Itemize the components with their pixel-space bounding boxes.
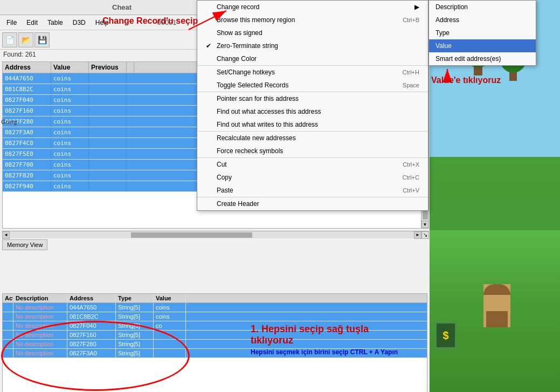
save-btn[interactable]: 💾 xyxy=(34,32,50,47)
ctx-create-header[interactable]: Create Header xyxy=(197,197,428,210)
cheat-row[interactable]: No description 044A7650 String[5] coins xyxy=(3,303,427,312)
ctx-hotkeys[interactable]: Set/Change hotkeys Ctrl+H xyxy=(197,65,428,79)
header-val: Value xyxy=(154,294,186,302)
header-scroll xyxy=(127,62,134,73)
ctx-label: Find out what writes to this address xyxy=(217,121,318,128)
sub-value[interactable]: Value xyxy=(429,39,536,52)
menu-d3d[interactable]: D3D xyxy=(68,17,90,28)
shortcut-label: Ctrl+X xyxy=(403,161,419,168)
ctx-label: Paste xyxy=(217,187,233,194)
cheat-row[interactable]: No description 081C8B2C String[5] coins xyxy=(3,312,427,321)
scroll-corner[interactable]: ↘ xyxy=(421,231,429,239)
ctx-change-color[interactable]: Change Color xyxy=(197,52,428,65)
silo xyxy=(483,284,510,327)
menu-table[interactable]: Table xyxy=(43,17,67,28)
cell-address: 044A7650 xyxy=(3,73,51,84)
new-btn[interactable]: 📄 xyxy=(2,32,17,47)
menu-file[interactable]: File xyxy=(2,17,21,28)
submenu: Description Address Type Value Smart edi… xyxy=(428,0,536,66)
ctx-label: Change Color xyxy=(217,55,257,63)
ctx-label: Copy xyxy=(217,174,232,181)
ctx-label: Cut xyxy=(217,161,227,168)
ctx-force-recheck[interactable]: Force recheck symbols xyxy=(197,145,428,157)
sub-smart-edit[interactable]: Smart edit address(es) xyxy=(429,52,536,65)
scroll-right-btn[interactable]: ► xyxy=(414,231,421,239)
menu-edit[interactable]: Edit xyxy=(22,17,42,28)
ctx-label: Zero-Terminate string xyxy=(217,42,278,50)
ctx-show-signed[interactable]: Show as signed xyxy=(197,26,428,39)
shortcut-label: Space xyxy=(403,82,419,88)
ctx-paste[interactable]: Paste Ctrl+V xyxy=(197,184,428,197)
ctx-pointer-scan[interactable]: Pointer scan for this address xyxy=(197,92,428,105)
sub-description[interactable]: Description xyxy=(429,1,536,13)
horizontal-scrollbar[interactable]: ◄ ► ↘ xyxy=(2,231,429,238)
shortcut-label: Ctrl+V xyxy=(403,187,419,194)
ctx-label: Show as signed xyxy=(217,29,262,37)
going-text: Going xyxy=(1,119,17,125)
cheat-table-header: Active Description Address Type Value xyxy=(3,294,427,303)
ctx-find-writes[interactable]: Find out what writes to this address xyxy=(197,118,428,131)
annotation-step1: 1. Hepsini seçip sağ tuşla tıklıyoruz He… xyxy=(251,324,412,356)
sub-type[interactable]: Type xyxy=(429,26,536,39)
cell-value: coins xyxy=(51,73,89,84)
header-active: Active xyxy=(3,294,13,302)
ctx-zero-terminate[interactable]: ✔Zero-Terminate string xyxy=(197,39,428,52)
ctx-label: Force recheck symbols xyxy=(217,147,283,155)
ctx-label: Browse this memory region xyxy=(217,16,295,24)
scroll-left-btn[interactable]: ◄ xyxy=(2,231,10,239)
header-addr: Address xyxy=(67,294,116,302)
coin-display: $ xyxy=(435,322,457,349)
header-value: Value xyxy=(51,62,89,73)
memory-view-btn[interactable]: Memory View xyxy=(2,239,47,250)
scroll-thumb-h xyxy=(131,232,252,238)
annotation-step1-title: 1. Hepsini seçip sağ tuşla tıklıyoruz xyxy=(251,324,412,346)
ctx-toggle-records[interactable]: Toggle Selected Records Space xyxy=(197,79,428,92)
ctx-label: Change record xyxy=(217,3,259,11)
annotation-text-1: Change Record'u seçip xyxy=(102,16,198,25)
scroll-down-btn[interactable]: ▼ xyxy=(421,221,429,228)
shortcut-label: Ctrl+B xyxy=(403,17,419,23)
arrow-icon: ▶ xyxy=(414,3,419,11)
annotation-change-record: Change Record'u seçip xyxy=(102,16,198,26)
ctx-label: Recalculate new addresses xyxy=(217,134,296,142)
ctx-label: Set/Change hotkeys xyxy=(217,68,275,76)
ctx-label: Create Header xyxy=(217,200,259,208)
ctx-label: Pointer scan for this address xyxy=(217,95,299,102)
ctx-find-accesses[interactable]: Find out what accesses this address xyxy=(197,105,428,118)
annotation-text-2: Value'e tıklıyoruz xyxy=(431,75,501,85)
shortcut-label: Ctrl+C xyxy=(403,174,419,181)
shortcut-label: Ctrl+H xyxy=(403,69,419,75)
header-previous: Previous xyxy=(89,62,127,73)
sub-address[interactable]: Address xyxy=(429,13,536,26)
cell-prev xyxy=(89,73,127,84)
ctx-copy[interactable]: Copy Ctrl+C xyxy=(197,171,428,184)
ctx-change-record[interactable]: Change record ▶ xyxy=(197,1,428,13)
ctx-label: Toggle Selected Records xyxy=(217,81,288,89)
ctx-recalculate[interactable]: Recalculate new addresses xyxy=(197,131,428,145)
header-type: Type xyxy=(116,294,154,302)
annotation-value-click: Value'e tıklıyoruz xyxy=(431,75,501,85)
ctx-label: Find out what accesses this address xyxy=(217,108,321,115)
open-btn[interactable]: 📂 xyxy=(18,32,33,47)
ctx-cut[interactable]: Cut Ctrl+X xyxy=(197,157,428,171)
annotation-step1-sub: Hepsini seçmek için birini seçip CTRL + … xyxy=(251,348,412,356)
header-address: Address xyxy=(3,62,51,73)
context-menu: Change record ▶ Browse this memory regio… xyxy=(197,0,428,211)
header-desc: Description xyxy=(13,294,67,302)
scroll-track xyxy=(10,232,414,238)
ctx-browse-memory[interactable]: Browse this memory region Ctrl+B xyxy=(197,13,428,26)
title-text: Cheat xyxy=(112,3,132,11)
